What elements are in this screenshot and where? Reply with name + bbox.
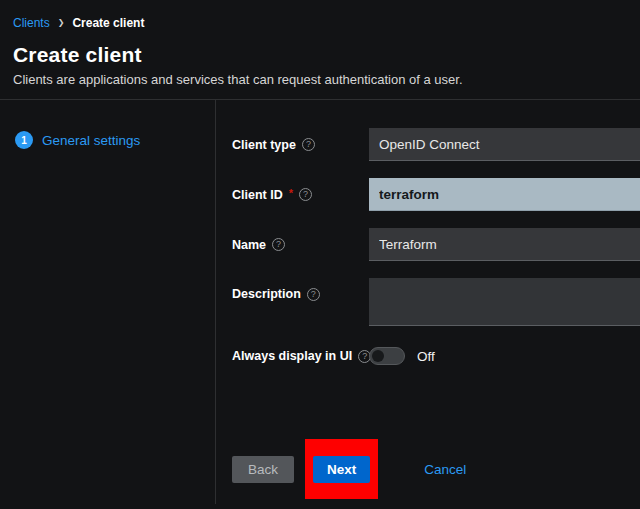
- general-settings-form: Client type ? Client ID * ?: [216, 100, 640, 504]
- client-id-help-icon[interactable]: ?: [299, 188, 312, 201]
- client-type-control: [369, 128, 640, 161]
- step-label: General settings: [42, 133, 140, 148]
- breadcrumb-chevron-icon: ❯: [58, 19, 65, 27]
- name-input[interactable]: [369, 228, 640, 261]
- always-display-row: Always display in UI ? Off: [232, 347, 640, 365]
- description-label: Description: [232, 287, 301, 301]
- client-type-row: Client type ?: [232, 128, 640, 161]
- name-help-icon[interactable]: ?: [272, 238, 285, 251]
- client-type-help-icon[interactable]: ?: [302, 138, 315, 151]
- always-display-state: Off: [417, 349, 435, 364]
- client-id-control: [369, 178, 640, 211]
- always-display-label-group: Always display in UI ?: [232, 349, 369, 363]
- create-client-page: Clients ❯ Create client Create client Cl…: [0, 0, 640, 509]
- always-display-label: Always display in UI: [232, 349, 352, 363]
- toggle-knob: [372, 350, 384, 362]
- next-button[interactable]: Next: [313, 456, 370, 483]
- description-textarea[interactable]: [369, 278, 640, 326]
- breadcrumb-current: Create client: [72, 16, 144, 30]
- always-display-toggle[interactable]: [369, 347, 405, 365]
- annotation-highlight-box: Next: [305, 439, 378, 499]
- client-id-row: Client ID * ?: [232, 178, 640, 211]
- client-type-label: Client type: [232, 138, 296, 152]
- wizard-footer: Back Next Cancel: [232, 439, 640, 499]
- client-id-label: Client ID: [232, 188, 283, 202]
- client-id-label-group: Client ID * ?: [232, 178, 369, 211]
- breadcrumb-clients-link[interactable]: Clients: [13, 16, 50, 30]
- wizard-nav: 1 General settings: [0, 100, 216, 504]
- always-display-control: Off: [369, 347, 640, 365]
- page-subtitle: Clients are applications and services th…: [13, 72, 640, 87]
- required-indicator: *: [289, 187, 293, 199]
- description-row: Description ?: [232, 278, 640, 326]
- client-type-label-group: Client type ?: [232, 128, 369, 161]
- client-type-select[interactable]: [369, 128, 640, 161]
- page-title: Create client: [13, 43, 640, 67]
- name-row: Name ?: [232, 228, 640, 261]
- cancel-link[interactable]: Cancel: [424, 462, 466, 477]
- breadcrumb: Clients ❯ Create client: [0, 0, 640, 30]
- back-button[interactable]: Back: [232, 456, 294, 483]
- client-id-input[interactable]: [369, 178, 640, 211]
- step-number-badge: 1: [15, 131, 33, 149]
- name-label: Name: [232, 238, 266, 252]
- description-label-group: Description ?: [232, 278, 369, 326]
- wizard-step-general-settings[interactable]: 1 General settings: [15, 131, 215, 149]
- name-control: [369, 228, 640, 261]
- description-help-icon[interactable]: ?: [307, 288, 320, 301]
- description-control: [369, 278, 640, 326]
- name-label-group: Name ?: [232, 228, 369, 261]
- content: 1 General settings Client type ? Client …: [0, 100, 640, 504]
